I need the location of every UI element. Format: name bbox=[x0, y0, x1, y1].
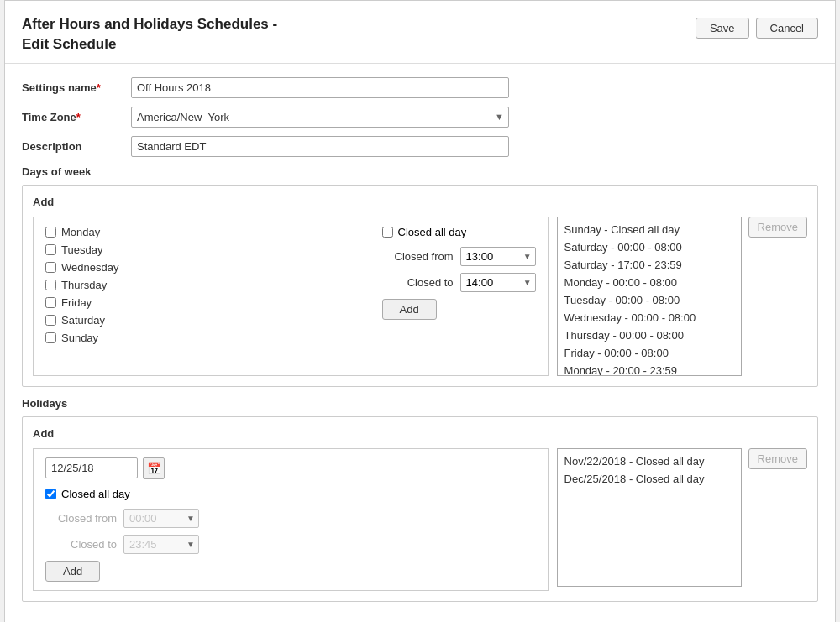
day-label-friday: Friday bbox=[61, 296, 92, 309]
holidays-section: Add 📅 Closed all day bbox=[22, 416, 818, 602]
holidays-remove-button[interactable]: Remove bbox=[748, 448, 807, 469]
holiday-closed-all-day-label: Closed all day bbox=[61, 488, 130, 500]
day-checkbox-row: Saturday bbox=[45, 314, 118, 327]
day-label-thursday: Thursday bbox=[61, 279, 107, 291]
header: After Hours and Holidays Schedules - Edi… bbox=[5, 1, 835, 64]
list-item[interactable]: Nov/22/2018 - Closed all day bbox=[558, 452, 741, 470]
time-zone-label: Time Zone* bbox=[22, 111, 131, 123]
holiday-closed-to-label: Closed to bbox=[45, 538, 117, 551]
time-zone-row: Time Zone* America/New_YorkAmerica/Chica… bbox=[22, 107, 818, 128]
holiday-closed-to-select[interactable]: 00:0001:0002:0003:0004:0005:0006:0007:00… bbox=[123, 535, 199, 554]
holiday-closed-to-wrapper: 00:0001:0002:0003:0004:0005:0006:0007:00… bbox=[123, 535, 199, 554]
day-checkbox-row: Friday bbox=[45, 296, 118, 309]
day-checkbox-row: Tuesday bbox=[45, 243, 118, 256]
checkbox-tuesday[interactable] bbox=[45, 244, 56, 255]
day-checkbox-row: Thursday bbox=[45, 279, 118, 291]
holiday-closed-to-row: Closed to 00:0001:0002:0003:0004:0005:00… bbox=[45, 535, 536, 554]
holiday-closed-from-label: Closed from bbox=[45, 512, 117, 525]
holidays-add-label: Add bbox=[33, 427, 807, 440]
holiday-time-controls: Closed from 00:0001:0002:0003:0004:0005:… bbox=[45, 509, 536, 554]
time-zone-select[interactable]: America/New_YorkAmerica/ChicagoAmerica/D… bbox=[131, 107, 509, 128]
day-label-tuesday: Tuesday bbox=[61, 243, 102, 256]
holidays-section-title: Holidays bbox=[22, 397, 818, 410]
description-label: Description bbox=[22, 140, 131, 153]
description-input[interactable] bbox=[131, 136, 509, 157]
holiday-closed-from-wrapper: 00:0001:0002:0003:0004:0005:0006:0007:00… bbox=[123, 509, 199, 528]
checkbox-saturday[interactable] bbox=[45, 315, 56, 326]
time-zone-select-wrapper: America/New_YorkAmerica/ChicagoAmerica/D… bbox=[131, 107, 509, 128]
holidays-layout: 📅 Closed all day Closed from 00:0001:000… bbox=[33, 448, 807, 591]
days-schedule-list[interactable]: Sunday - Closed all daySaturday - 00:00 … bbox=[557, 217, 742, 376]
day-checkbox-row: Monday bbox=[45, 226, 118, 238]
list-item[interactable]: Monday - 20:00 - 23:59 bbox=[558, 362, 741, 376]
holiday-date-input[interactable] bbox=[45, 457, 138, 478]
closed-all-day-label: Closed all day bbox=[398, 226, 467, 238]
main-window: After Hours and Holidays Schedules - Edi… bbox=[4, 0, 836, 622]
days-time-controls: Closed from 00:0001:0002:0003:0004:0005:… bbox=[382, 247, 536, 292]
list-item[interactable]: Friday - 00:00 - 08:00 bbox=[558, 344, 741, 362]
closed-to-select-wrapper: 00:0001:0002:0003:0004:0005:0006:0007:00… bbox=[460, 273, 536, 292]
holiday-closed-all-day-checkbox[interactable] bbox=[45, 489, 56, 499]
holiday-closed-all-day-row: Closed all day bbox=[45, 488, 536, 500]
content: Settings name* Time Zone* America/New_Yo… bbox=[5, 64, 835, 622]
holidays-remove-button-wrapper: Remove bbox=[748, 448, 807, 469]
closed-to-label: Closed to bbox=[382, 276, 454, 289]
closed-all-day-checkbox[interactable] bbox=[382, 227, 393, 238]
settings-name-input[interactable] bbox=[131, 77, 509, 98]
list-item[interactable]: Dec/25/2018 - Closed all day bbox=[558, 470, 741, 488]
days-of-week-section: Add MondayTuesdayWednesdayThursdayFriday… bbox=[22, 185, 818, 387]
day-label-sunday: Sunday bbox=[61, 332, 98, 344]
settings-name-label: Settings name* bbox=[22, 81, 131, 94]
day-label-wednesday: Wednesday bbox=[61, 261, 118, 274]
closed-to-select[interactable]: 00:0001:0002:0003:0004:0005:0006:0007:00… bbox=[460, 273, 536, 292]
holidays-list[interactable]: Nov/22/2018 - Closed all dayDec/25/2018 … bbox=[557, 448, 742, 587]
days-of-week-section-title: Days of week bbox=[22, 165, 818, 178]
calendar-icon: 📅 bbox=[147, 462, 161, 475]
checkbox-wednesday[interactable] bbox=[45, 262, 56, 273]
closed-from-select-wrapper: 00:0001:0002:0003:0004:0005:0006:0007:00… bbox=[460, 247, 536, 266]
closed-from-select[interactable]: 00:0001:0002:0003:0004:0005:0006:0007:00… bbox=[460, 247, 536, 266]
day-label-saturday: Saturday bbox=[61, 314, 105, 327]
required-indicator-tz: * bbox=[76, 111, 81, 123]
closed-to-row: Closed to 00:0001:0002:0003:0004:0005:00… bbox=[382, 273, 536, 292]
checkbox-thursday[interactable] bbox=[45, 280, 56, 290]
page-title: After Hours and Holidays Schedules - Edi… bbox=[22, 14, 277, 55]
list-item[interactable]: Tuesday - 00:00 - 08:00 bbox=[558, 291, 741, 309]
closed-from-row: Closed from 00:0001:0002:0003:0004:0005:… bbox=[382, 247, 536, 266]
holidays-right-section: Nov/22/2018 - Closed all dayDec/25/2018 … bbox=[557, 448, 807, 591]
cancel-button[interactable]: Cancel bbox=[756, 18, 818, 39]
days-remove-button[interactable]: Remove bbox=[748, 217, 807, 238]
checkbox-friday[interactable] bbox=[45, 297, 56, 308]
days-left-panel: MondayTuesdayWednesdayThursdayFridaySatu… bbox=[33, 217, 549, 376]
day-label-monday: Monday bbox=[61, 226, 100, 238]
holiday-closed-from-row: Closed from 00:0001:0002:0003:0004:0005:… bbox=[45, 509, 536, 528]
days-right-controls: Closed all day Closed from 00:0001:0002:… bbox=[382, 226, 536, 349]
days-add-label: Add bbox=[33, 196, 807, 208]
list-item[interactable]: Thursday - 00:00 - 08:00 bbox=[558, 327, 741, 344]
holidays-add-button[interactable]: Add bbox=[45, 561, 100, 582]
holidays-list-wrapper: Nov/22/2018 - Closed all dayDec/25/2018 … bbox=[557, 448, 742, 587]
checkbox-monday[interactable] bbox=[45, 227, 56, 238]
list-item[interactable]: Saturday - 00:00 - 08:00 bbox=[558, 238, 741, 256]
date-input-wrapper: 📅 bbox=[45, 457, 536, 479]
required-indicator: * bbox=[97, 81, 101, 94]
list-item[interactable]: Wednesday - 00:00 - 08:00 bbox=[558, 309, 741, 327]
calendar-icon-button[interactable]: 📅 bbox=[143, 457, 165, 479]
day-checkbox-row: Sunday bbox=[45, 332, 118, 344]
list-item[interactable]: Sunday - Closed all day bbox=[558, 221, 741, 238]
days-add-button[interactable]: Add bbox=[382, 299, 437, 320]
holidays-left-panel: 📅 Closed all day Closed from 00:0001:000… bbox=[33, 448, 549, 591]
list-item[interactable]: Monday - 00:00 - 08:00 bbox=[558, 274, 741, 291]
closed-from-label: Closed from bbox=[382, 250, 454, 263]
description-row: Description bbox=[22, 136, 818, 157]
settings-name-row: Settings name* bbox=[22, 77, 818, 98]
save-button[interactable]: Save bbox=[696, 18, 749, 39]
checkbox-sunday[interactable] bbox=[45, 332, 56, 343]
holiday-closed-from-select[interactable]: 00:0001:0002:0003:0004:0005:0006:0007:00… bbox=[123, 509, 199, 528]
list-item[interactable]: Saturday - 17:00 - 23:59 bbox=[558, 256, 741, 274]
day-checkboxes: MondayTuesdayWednesdayThursdayFridaySatu… bbox=[45, 226, 118, 349]
days-right-section: Sunday - Closed all daySaturday - 00:00 … bbox=[557, 217, 807, 376]
day-checkbox-row: Wednesday bbox=[45, 261, 118, 274]
days-layout: MondayTuesdayWednesdayThursdayFridaySatu… bbox=[33, 217, 807, 376]
closed-all-day-row: Closed all day bbox=[382, 226, 536, 238]
